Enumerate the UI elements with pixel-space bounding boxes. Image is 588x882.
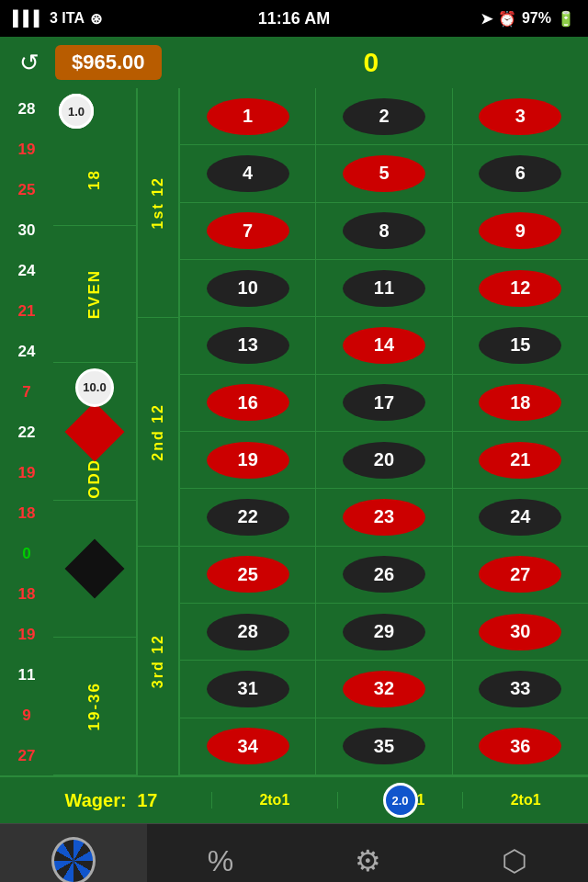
history-item: 19 [0, 454, 53, 492]
number-cell-19[interactable]: 19 [180, 432, 316, 488]
history-item: 28 [0, 90, 53, 129]
nav-settings[interactable]: ⚙ Settings [294, 824, 441, 882]
number-cell-36[interactable]: 36 [453, 718, 588, 775]
number-oval: 30 [479, 614, 561, 650]
number-oval: 21 [479, 442, 561, 479]
two-to-one-middle[interactable]: 2.0 to1 [337, 792, 463, 808]
number-cell-3[interactable]: 3 [453, 88, 588, 144]
number-oval: 5 [343, 155, 425, 192]
number-oval: 25 [207, 556, 289, 593]
number-cell-28[interactable]: 28 [180, 604, 316, 660]
number-cell-32[interactable]: 32 [316, 661, 452, 717]
nav-strategies[interactable]: ⬡ Strategies [441, 824, 588, 882]
bet-2nd12-label: 2nd 12 [150, 403, 166, 461]
number-cell-33[interactable]: 33 [453, 661, 588, 717]
number-oval: 17 [343, 384, 425, 421]
number-oval: 35 [343, 728, 425, 764]
chip-10[interactable]: 10.0 [75, 368, 114, 407]
history-item: 27 [0, 737, 53, 775]
number-oval: 34 [207, 728, 289, 764]
grid-row: 343536 [180, 718, 588, 775]
number-cell-18[interactable]: 18 [453, 375, 588, 431]
number-cell-22[interactable]: 22 [180, 489, 316, 545]
number-oval: 1 [207, 98, 289, 135]
number-cell-25[interactable]: 25 [180, 547, 316, 603]
number-cell-7[interactable]: 7 [180, 203, 316, 259]
number-cell-9[interactable]: 9 [453, 203, 588, 259]
two-to-one-left[interactable]: 2to1 [211, 792, 337, 808]
number-cell-10[interactable]: 10 [180, 260, 316, 316]
bet-3rd12-label: 3rd 12 [150, 634, 166, 688]
number-cell-31[interactable]: 31 [180, 661, 316, 717]
number-cell-21[interactable]: 21 [453, 432, 588, 488]
number-cell-11[interactable]: 11 [316, 260, 452, 316]
number-cell-12[interactable]: 12 [453, 260, 588, 316]
chip-1[interactable]: 1.0 [59, 94, 94, 129]
status-left: ▌▌▌ 3 ITA ⊛ [13, 10, 102, 28]
number-oval: 12 [479, 270, 561, 307]
number-cell-2[interactable]: 2 [316, 88, 452, 144]
wifi-icon: ⊛ [90, 10, 102, 28]
number-cell-20[interactable]: 20 [316, 432, 452, 488]
number-oval: 26 [343, 556, 425, 593]
game-area: ↺ $965.00 0 2819253024212472219180181911… [0, 37, 588, 823]
number-oval: 23 [343, 499, 425, 536]
chip-bottom[interactable]: 2.0 [383, 783, 418, 818]
two-to-one-right[interactable]: 2to1 [462, 792, 588, 808]
number-cell-5[interactable]: 5 [316, 145, 452, 201]
bet-1st12-label: 1st 12 [150, 176, 166, 229]
location-icon: ➤ [481, 10, 492, 28]
number-oval: 19 [207, 442, 289, 479]
number-cell-24[interactable]: 24 [453, 489, 588, 545]
number-cell-17[interactable]: 17 [316, 375, 452, 431]
spin-result: 0 [162, 47, 581, 78]
number-oval: 8 [343, 212, 425, 249]
number-cell-1[interactable]: 1 [180, 88, 316, 144]
grid-row: 252627 [180, 547, 588, 604]
number-oval: 32 [343, 671, 425, 707]
bet-cell-odd[interactable]: 10.0 ODD [53, 363, 136, 501]
bet-3rd12[interactable]: 3rd 12 [138, 547, 178, 775]
wager-label: Wager: 17 [65, 790, 158, 811]
number-cell-6[interactable]: 6 [453, 145, 588, 201]
number-cell-13[interactable]: 13 [180, 317, 316, 373]
bet-cell-19-36[interactable]: 19-36 [53, 638, 136, 775]
number-cell-23[interactable]: 23 [316, 489, 452, 545]
number-cell-14[interactable]: 14 [316, 317, 452, 373]
time-label: 11:16 AM [258, 9, 330, 28]
bet-cell-18[interactable]: 4.0 1.0 18 [53, 88, 136, 226]
bet-cell-even[interactable]: EVEN [53, 226, 136, 364]
number-oval: 29 [343, 614, 425, 650]
history-column: 2819253024212472219180181911927 [0, 88, 53, 775]
number-cell-26[interactable]: 26 [316, 547, 452, 603]
balance-display: $965.00 [55, 45, 162, 80]
number-cell-4[interactable]: 4 [180, 145, 316, 201]
bet-1st12[interactable]: 1st 12 [138, 88, 178, 318]
carrier-label: 3 ITA [50, 10, 85, 27]
number-oval: 9 [479, 212, 561, 249]
number-cell-16[interactable]: 16 [180, 375, 316, 431]
nav-roulette[interactable]: Roulette [0, 824, 147, 882]
number-grid: 1234567891011121314151617181920212223242… [180, 88, 588, 775]
back-button[interactable]: ↺ [7, 42, 51, 83]
nav-statistics[interactable]: % Statistics [147, 824, 294, 882]
number-cell-34[interactable]: 34 [180, 718, 316, 775]
number-cell-8[interactable]: 8 [316, 203, 452, 259]
number-oval: 28 [207, 614, 289, 650]
number-oval: 27 [479, 556, 561, 593]
number-cell-30[interactable]: 30 [453, 604, 588, 660]
bet-cell-diamond[interactable] [53, 501, 136, 639]
bet-odd-label: ODD [85, 458, 104, 499]
number-oval: 22 [207, 499, 289, 536]
number-oval: 20 [343, 442, 425, 479]
number-cell-35[interactable]: 35 [316, 718, 452, 775]
number-cell-15[interactable]: 15 [453, 317, 588, 373]
number-oval: 2 [343, 98, 425, 135]
history-item: 30 [0, 211, 53, 250]
bet-2nd12[interactable]: 2nd 12 [138, 318, 178, 548]
history-item: 19 [0, 130, 53, 169]
status-bar: ▌▌▌ 3 ITA ⊛ 11:16 AM ➤ ⏰ 97% 🔋 [0, 0, 588, 37]
number-cell-27[interactable]: 27 [453, 547, 588, 603]
history-item: 21 [0, 292, 53, 331]
number-cell-29[interactable]: 29 [316, 604, 452, 660]
